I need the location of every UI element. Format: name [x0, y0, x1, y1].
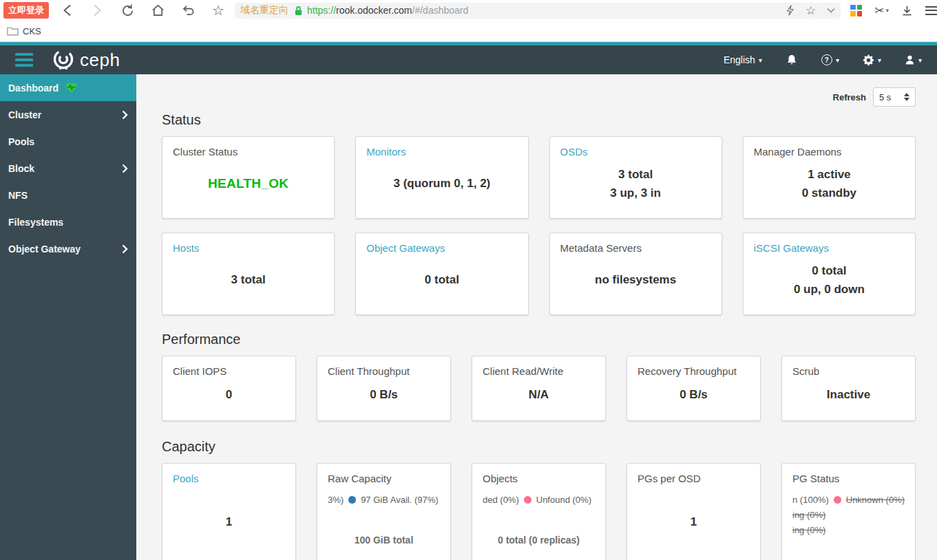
osds-link[interactable]: OSDs [560, 146, 711, 158]
back-icon[interactable] [60, 3, 74, 17]
gear-icon [863, 54, 874, 66]
app-header: ceph English▾ ? ▾ ▾ ▾ [0, 42, 937, 74]
status-heading: Status [162, 112, 916, 128]
sidebar-item-block[interactable]: Block [0, 155, 136, 182]
health-status-value: HEALTH_OK [168, 174, 328, 194]
sidebar-item-pools[interactable]: Pools [0, 128, 136, 155]
card-title: Manager Daemons [754, 146, 905, 158]
unknown-legend-label: Unknown (0%) [846, 495, 905, 505]
card-client-throughput: Client Throughput 0 B/s [317, 356, 451, 421]
pools-link[interactable]: Pools [173, 473, 285, 484]
status-grid: Cluster Status HEALTH_OK Monitors 3 (quo… [162, 136, 916, 315]
url-domain: rook.odocker.com [336, 5, 412, 16]
home-icon[interactable] [151, 3, 165, 17]
chevron-down-icon[interactable] [827, 8, 835, 13]
health-heart-icon [65, 83, 77, 93]
hosts-link[interactable]: Hosts [173, 242, 324, 254]
performance-grid: Client IOPS 0 Client Throughput 0 B/s Cl… [162, 356, 916, 421]
objects-total: 0 total (0 replicas) [472, 535, 605, 546]
card-pools: Pools 1 [162, 463, 296, 560]
help-icon: ? [821, 54, 832, 65]
language-menu[interactable]: English▾ [724, 54, 762, 65]
card-title: Cluster Status [173, 146, 324, 158]
raw-capacity-total: 100 GiB total [317, 535, 450, 546]
sidebar-toggle-icon[interactable] [15, 53, 33, 67]
card-hosts: Hosts 3 total [162, 233, 335, 315]
card-object-gateways: Object Gateways 0 total [355, 233, 528, 315]
bookmarks-bar: CKS [0, 21, 937, 42]
card-cluster-status: Cluster Status HEALTH_OK [162, 136, 335, 219]
sidebar-item-nfs[interactable]: NFS [0, 182, 136, 208]
sidebar-item-object-gateway[interactable]: Object Gateway [0, 235, 136, 262]
chevron-right-icon [122, 164, 128, 173]
refresh-label: Refresh [833, 92, 866, 103]
browser-menu-icon[interactable] [925, 6, 937, 15]
unfound-legend-dot [524, 496, 531, 504]
legend-fragment: n (100%) [792, 495, 829, 505]
ceph-logo-icon [51, 47, 76, 72]
help-menu[interactable]: ? ▾ [821, 54, 839, 65]
card-osds: OSDs 3 total 3 up, 3 in [549, 136, 722, 219]
download-icon[interactable] [901, 5, 913, 17]
browser-toolbar: 立即登录 ☆ 域名重定向 https://rook.odocker.com/#/… [0, 0, 937, 21]
capacity-grid: Pools 1 Raw Capacity 3%) 97 GiB Avail. (… [162, 463, 916, 560]
brand-name: ceph [80, 50, 120, 71]
bookmark-folder-cks[interactable]: CKS [7, 26, 41, 36]
card-objects: Objects ded (0%) Unfound (0%) 0 total (0… [472, 463, 606, 560]
address-bar[interactable]: 域名重定向 https://rook.odocker.com/#/dashboa… [235, 3, 841, 19]
legend-fragment: ded (0%) [483, 495, 519, 505]
refresh-interval-select[interactable]: 5 s [873, 87, 916, 107]
unknown-legend-dot [834, 496, 841, 504]
login-now-button[interactable]: 立即登录 [3, 2, 49, 19]
legend-fragment: ing (0%) [792, 525, 905, 535]
object-gateways-link[interactable]: Object Gateways [366, 242, 517, 254]
screenshot-scissors-icon[interactable]: ✂▾ [874, 5, 889, 17]
card-client-iops: Client IOPS 0 [162, 356, 296, 421]
reload-icon[interactable] [120, 3, 134, 17]
url-path: /#/dashboard [412, 5, 469, 16]
sidebar-item-filesystems[interactable]: Filesystems [0, 208, 136, 235]
folder-icon [7, 26, 19, 36]
flash-icon[interactable] [786, 5, 794, 16]
monitors-link[interactable]: Monitors [366, 146, 517, 158]
favorite-star-icon[interactable]: ☆ [806, 5, 816, 17]
notifications-bell-icon[interactable] [786, 54, 798, 67]
card-manager-daemons: Manager Daemons 1 active 0 standby [743, 136, 916, 219]
avail-legend-dot [348, 496, 356, 504]
card-raw-capacity: Raw Capacity 3%) 97 GiB Avail. (97%) 100… [317, 463, 451, 560]
sidebar-item-dashboard[interactable]: Dashboard [0, 74, 136, 101]
extension-grid-icon[interactable] [850, 5, 862, 17]
user-icon [905, 54, 915, 65]
card-monitors: Monitors 3 (quorum 0, 1, 2) [355, 136, 528, 219]
chevron-right-icon [122, 244, 128, 254]
forward-icon[interactable] [90, 3, 104, 17]
user-menu[interactable]: ▾ [905, 54, 922, 65]
legend-fragment: ing (0%) [792, 510, 905, 520]
card-pg-status: PG Status n (100%) Unknown (0%) ing (0%)… [781, 463, 916, 560]
sidebar-item-cluster[interactable]: Cluster [0, 101, 136, 128]
url-protocol: https:// [307, 5, 336, 16]
card-scrub: Scrub Inactive [781, 356, 916, 421]
redirect-label: 域名重定向 [240, 4, 288, 17]
capacity-heading: Capacity [162, 439, 916, 455]
legend-fragment: 3%) [328, 495, 344, 505]
ceph-brand: ceph [51, 47, 120, 72]
lock-icon[interactable] [294, 6, 303, 16]
settings-menu[interactable]: ▾ [863, 54, 881, 66]
avail-legend-label: 97 GiB Avail. (97%) [361, 495, 438, 505]
chevron-right-icon [122, 110, 128, 120]
unfound-legend-label: Unfound (0%) [536, 495, 591, 505]
card-iscsi-gateways: iSCSI Gateways 0 total 0 up, 0 down [743, 233, 916, 315]
card-title: Metadata Servers [560, 242, 711, 254]
iscsi-gateways-link[interactable]: iSCSI Gateways [754, 242, 905, 254]
card-pgs-per-osd: PGs per OSD 1 [627, 463, 761, 560]
card-client-read-write: Client Read/Write N/A [472, 356, 606, 421]
card-metadata-servers: Metadata Servers no filesystems [549, 233, 722, 315]
sidebar-nav: Dashboard Cluster Pools Block NFS Filesy… [0, 74, 136, 560]
performance-heading: Performance [162, 332, 916, 347]
card-recovery-throughput: Recovery Throughput 0 B/s [627, 356, 761, 421]
undo-icon[interactable] [181, 3, 195, 17]
bookmark-star-icon[interactable]: ☆ [211, 3, 225, 17]
dashboard-main: Refresh 5 s Status Cluster Status HEALTH… [136, 74, 937, 560]
select-stepper-icon [904, 93, 909, 101]
